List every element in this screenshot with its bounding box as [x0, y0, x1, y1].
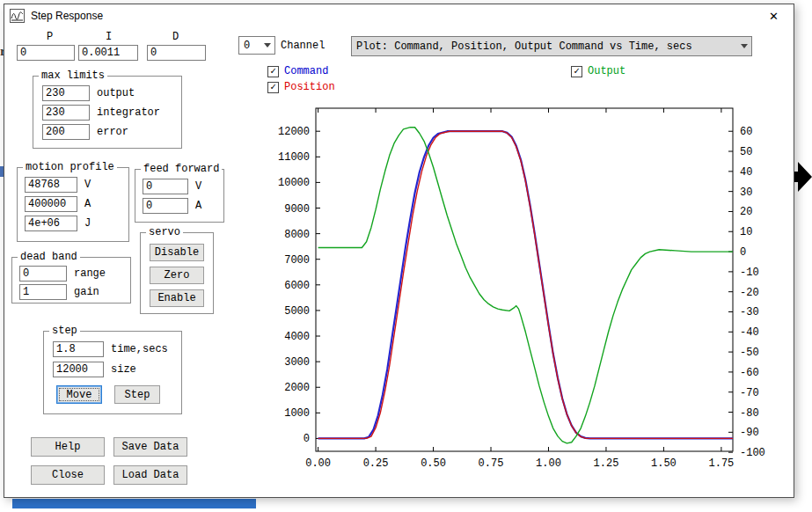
p-label: P	[47, 31, 53, 43]
ff-acceleration-row: A	[143, 198, 222, 214]
step-size-label: size	[111, 363, 136, 376]
command-checkbox-label: Command	[284, 65, 328, 77]
max-error-row: error	[42, 124, 179, 140]
x-tick-label: 1.00	[536, 457, 561, 470]
channel-label: Channel	[281, 40, 325, 52]
x-tick-label: 1.75	[708, 457, 734, 470]
x-tick-label: 1.50	[651, 457, 677, 470]
left-tick-label: 2000	[284, 382, 310, 394]
dead-band-gain-input[interactable]	[19, 284, 67, 300]
titlebar: Step Response ✕	[4, 4, 794, 27]
right-tick-label: 30	[740, 187, 752, 199]
x-tick-label: 0.50	[421, 457, 446, 470]
x-tick-label: 1.25	[594, 457, 619, 470]
step-time-label: time,secs	[111, 343, 168, 355]
acceleration-input[interactable]	[25, 196, 77, 212]
servo-enable-button[interactable]: Enable	[150, 289, 204, 307]
step-size-row: size	[53, 362, 179, 377]
servo-zero-button[interactable]: Zero	[150, 267, 204, 284]
close-button[interactable]: Close	[31, 465, 105, 485]
step-button[interactable]: Step	[114, 385, 160, 404]
close-window-button[interactable]: ✕	[754, 4, 794, 27]
velocity-row: V	[25, 177, 127, 193]
max-output-label: output	[97, 87, 135, 99]
screen: r Step Response ✕ P I D max limits out	[0, 0, 812, 512]
p-input[interactable]	[17, 45, 75, 61]
command-checkbox-box[interactable]: ✓	[267, 66, 279, 77]
left-tick-label: 1000	[284, 407, 310, 420]
right-tick-label: -50	[740, 347, 759, 359]
plot-select-value: Plot: Command, Position, Output Command …	[352, 40, 736, 53]
step-group: step time,secs size Move Step	[43, 325, 182, 414]
load-data-button[interactable]: Load Data	[113, 465, 187, 485]
x-tick-label: 0.25	[363, 457, 389, 470]
plot-select[interactable]: Plot: Command, Position, Output Command …	[351, 36, 752, 56]
dead-band-gain-row: gain	[19, 284, 128, 300]
ff-velocity-input[interactable]	[143, 179, 188, 194]
right-tick-label: -100	[740, 447, 765, 459]
left-tick-label: 12000	[278, 126, 310, 138]
jerk-row: J	[25, 216, 127, 231]
max-error-input[interactable]	[42, 124, 90, 140]
x-tick-label: 0.75	[479, 457, 504, 470]
jerk-label: J	[84, 217, 91, 230]
max-output-input[interactable]	[42, 85, 90, 101]
channel-select-value: 0	[239, 40, 260, 52]
step-time-row: time,secs	[53, 341, 179, 357]
plot-select-arrow[interactable]	[736, 37, 751, 55]
jerk-input[interactable]	[25, 216, 77, 231]
max-limits-group: max limits output integrator error	[33, 69, 182, 149]
output-checkbox-box[interactable]: ✓	[571, 66, 582, 77]
acceleration-label: A	[84, 198, 91, 210]
right-tick-label: 60	[740, 126, 752, 138]
ff-acceleration-input[interactable]	[143, 198, 188, 214]
step-time-input[interactable]	[53, 341, 104, 357]
right-tick-label: 50	[740, 146, 752, 158]
ff-velocity-row: V	[143, 179, 222, 194]
plot-frame	[316, 108, 733, 451]
save-data-button[interactable]: Save Data	[113, 437, 187, 457]
right-tick-label: -60	[740, 367, 759, 379]
dead-band-gain-label: gain	[74, 286, 99, 298]
left-tick-label: 11000	[278, 151, 310, 164]
move-button[interactable]: Move	[56, 385, 102, 404]
max-integrator-input[interactable]	[42, 105, 90, 121]
chart-plot: 0.000.250.500.751.001.251.501.7512000110…	[263, 96, 773, 483]
position-checkbox[interactable]: ✓ Position	[267, 81, 335, 93]
right-tick-label: -90	[740, 427, 759, 439]
d-label: D	[172, 31, 179, 43]
d-input[interactable]	[147, 45, 206, 61]
step-size-input[interactable]	[53, 362, 104, 377]
left-tick-label: 5000	[284, 305, 310, 318]
left-tick-label: 9000	[284, 203, 310, 216]
right-tick-label: 20	[740, 206, 752, 218]
velocity-input[interactable]	[25, 177, 77, 193]
right-tick-label: 0	[740, 246, 746, 259]
dead-band-range-input[interactable]	[19, 266, 67, 282]
max-integrator-label: integrator	[97, 106, 160, 119]
position-checkbox-label: Position	[284, 81, 335, 93]
output-checkbox[interactable]: ✓ Output	[571, 65, 625, 77]
position-checkbox-box[interactable]: ✓	[267, 82, 279, 93]
servo-disable-button[interactable]: Disable	[150, 244, 204, 261]
step-legend: step	[49, 325, 80, 337]
channel-select[interactable]: 0	[238, 36, 275, 55]
app-icon	[10, 9, 25, 23]
max-integrator-row: integrator	[42, 105, 179, 121]
motion-profile-legend: motion profile	[23, 161, 117, 173]
right-tick-label: -30	[740, 306, 759, 318]
max-output-row: output	[42, 85, 179, 101]
help-button[interactable]: Help	[31, 437, 105, 457]
background-blue-strip	[12, 499, 256, 508]
channel-select-arrow[interactable]	[260, 37, 274, 54]
right-tick-label: -80	[740, 407, 759, 420]
left-tick-label: 6000	[284, 280, 310, 292]
i-input[interactable]	[78, 45, 138, 61]
left-tick-label: 4000	[284, 331, 310, 343]
command-checkbox[interactable]: ✓ Command	[267, 65, 328, 77]
servo-legend: servo	[146, 226, 183, 238]
dead-band-legend: dead band	[18, 251, 80, 263]
motion-profile-group: motion profile V A J	[17, 161, 129, 242]
feed-forward-legend: feed forward	[141, 163, 222, 175]
feed-forward-group: feed forward V A	[135, 163, 224, 223]
